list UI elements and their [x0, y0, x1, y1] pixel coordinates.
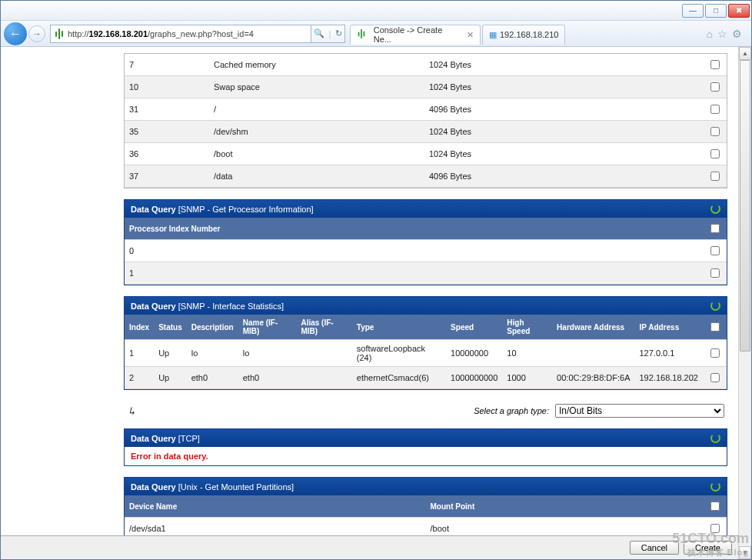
cell-allocation: 4096 Bytes: [424, 165, 703, 188]
cell: [296, 340, 351, 367]
row-checkbox[interactable]: [710, 373, 720, 382]
reload-icon[interactable]: [710, 482, 720, 492]
processor-data-query: Data Query [SNMP - Get Processor Informa…: [124, 199, 727, 285]
row-checkbox[interactable]: [710, 172, 720, 181]
refresh-icon[interactable]: ↻: [335, 28, 342, 38]
table-row[interactable]: 2 Up eth0 eth0 ethernetCsmacd(6) 1000000…: [125, 367, 727, 389]
cell-index: 31: [125, 98, 209, 121]
cell: eth0: [187, 367, 238, 389]
scroll-up-icon[interactable]: ▲: [739, 47, 751, 60]
row-checkbox[interactable]: [710, 105, 720, 114]
tcp-data-query: Data Query [TCP] Error in data query.: [124, 428, 727, 466]
form-footer: Cancel Create: [1, 535, 738, 559]
select-all-checkbox[interactable]: [710, 224, 720, 233]
scrollbar-thumb[interactable]: [740, 60, 750, 352]
vertical-scrollbar[interactable]: ▲ ▼: [738, 47, 751, 559]
column-header: Device Name: [125, 495, 426, 518]
table-row[interactable]: 37 /data 4096 Bytes: [125, 165, 727, 188]
home-icon[interactable]: ⌂: [707, 28, 713, 40]
browser-tabs: Console -> Create Ne... ✕ ▦ 192.168.18.2…: [350, 23, 700, 45]
cell: ethernetCsmacd(6): [352, 367, 446, 389]
cell: 2: [125, 367, 154, 389]
storage-table-fragment: 7 Cached memory 1024 Bytes 10 Swap space…: [124, 53, 727, 188]
table-row[interactable]: 36 /boot 1024 Bytes: [125, 143, 727, 165]
table-row[interactable]: 7 Cached memory 1024 Bytes: [125, 54, 727, 76]
cell: lo: [187, 340, 238, 367]
cell: [296, 367, 351, 389]
error-message: Error in data query.: [125, 447, 727, 465]
row-checkbox[interactable]: [710, 82, 720, 92]
cell-allocation: 1024 Bytes: [424, 54, 703, 76]
cancel-button[interactable]: Cancel: [630, 541, 679, 555]
section-subtitle: [SNMP - Interface Statistics]: [178, 302, 284, 311]
window-close-button[interactable]: ✖: [728, 4, 750, 18]
table-row[interactable]: 10 Swap space 1024 Bytes: [125, 76, 727, 98]
graph-type-label: Select a graph type:: [474, 406, 549, 415]
row-checkbox[interactable]: [710, 268, 720, 278]
cell: 192.168.18.202: [635, 367, 704, 389]
tab-label: Console -> Create Ne...: [374, 25, 461, 44]
window-minimize-button[interactable]: ―: [682, 4, 704, 18]
row-checkbox[interactable]: [710, 127, 720, 136]
window-title-bar: ― □ ✖: [1, 1, 751, 21]
reload-icon[interactable]: [710, 301, 720, 311]
column-header: IP Address: [635, 315, 704, 340]
tab-console[interactable]: Console -> Create Ne... ✕: [350, 25, 481, 45]
table-row[interactable]: 1 Up lo lo softwareLoopback (24) 1000000…: [125, 340, 727, 367]
row-checkbox[interactable]: [710, 149, 720, 158]
row-checkbox[interactable]: [710, 246, 720, 255]
tab-close-icon[interactable]: ✕: [467, 30, 474, 40]
create-button[interactable]: Create: [684, 541, 732, 555]
cell-allocation: 4096 Bytes: [424, 98, 703, 121]
window-maximize-button[interactable]: □: [705, 4, 727, 18]
scroll-down-icon[interactable]: ▼: [739, 546, 751, 559]
column-header: Name (IF-MIB): [238, 315, 297, 340]
reload-icon[interactable]: [710, 204, 720, 214]
cell-description: /dev/shm: [209, 121, 424, 143]
row-checkbox[interactable]: [710, 348, 720, 358]
interface-stats-data-query: Data Query [SNMP - Interface Statistics]…: [124, 296, 727, 390]
section-title: Data Query: [131, 482, 176, 492]
column-header: Index: [125, 315, 154, 340]
cell: Up: [154, 340, 187, 367]
section-title: Data Query: [131, 434, 176, 443]
cell: lo: [238, 340, 297, 367]
cell-description: Cached memory: [209, 54, 424, 76]
browser-nav-bar: ← → http://192.168.18.201/graphs_new.php…: [1, 21, 751, 47]
reload-icon[interactable]: [710, 433, 720, 443]
section-subtitle: [TCP]: [178, 434, 200, 443]
cell: 10000000: [446, 340, 502, 367]
cell: 127.0.0.1: [635, 340, 704, 367]
cacti-icon: [54, 28, 65, 39]
column-header: Processor Index Number: [125, 218, 703, 240]
favorites-icon[interactable]: ☆: [717, 28, 727, 40]
search-refresh-cluster: 🔍 | ↻: [311, 25, 345, 43]
section-title: Data Query: [131, 205, 176, 214]
row-checkbox[interactable]: [710, 524, 720, 533]
address-bar[interactable]: http://192.168.18.201/graphs_new.php?hos…: [50, 25, 311, 43]
cell-description: /data: [209, 165, 424, 188]
nav-forward-button[interactable]: →: [28, 25, 45, 42]
tools-icon[interactable]: ⚙: [732, 28, 742, 40]
table-row[interactable]: 31 / 4096 Bytes: [125, 98, 727, 121]
cell-index: 37: [125, 165, 209, 188]
tab-label: 192.168.18.210: [500, 30, 558, 39]
table-row[interactable]: 35 /dev/shm 1024 Bytes: [125, 121, 727, 143]
column-header: High Speed: [502, 315, 552, 340]
cell: eth0: [238, 367, 297, 389]
select-all-checkbox[interactable]: [710, 502, 720, 511]
cell-index: 35: [125, 121, 209, 143]
section-subtitle: [SNMP - Get Processor Information]: [178, 205, 314, 214]
graph-type-select[interactable]: In/Out Bits: [555, 404, 724, 418]
select-all-checkbox[interactable]: [710, 322, 720, 332]
row-checkbox[interactable]: [710, 60, 720, 69]
cell: Up: [154, 367, 187, 389]
cell-allocation: 1024 Bytes: [424, 76, 703, 98]
table-row[interactable]: 0: [125, 240, 727, 262]
column-header: Speed: [446, 315, 502, 340]
table-row[interactable]: 1: [125, 262, 727, 285]
search-icon[interactable]: 🔍: [314, 28, 324, 38]
tab-device[interactable]: ▦ 192.168.18.210: [482, 25, 565, 45]
nav-back-button[interactable]: ←: [4, 22, 27, 45]
corner-arrow-icon: ↳: [127, 405, 135, 417]
